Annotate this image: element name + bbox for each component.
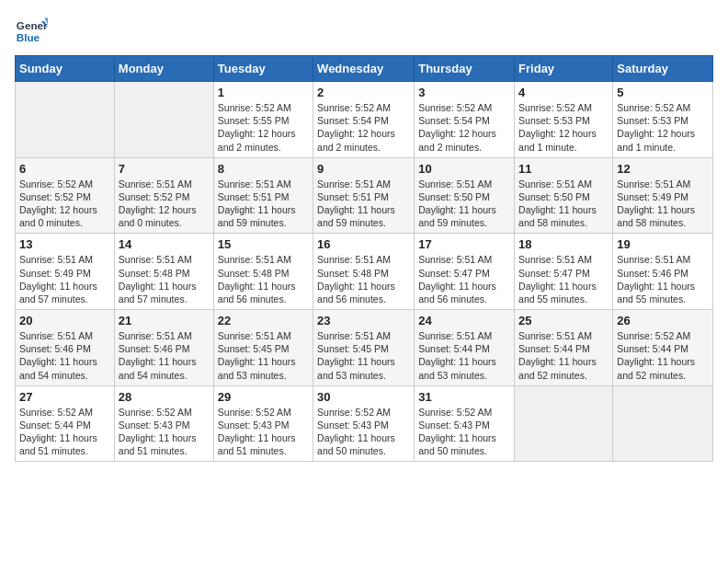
day-info: Sunrise: 5:51 AMSunset: 5:46 PMDaylight:… [119, 329, 210, 382]
calendar-cell: 4Sunrise: 5:52 AMSunset: 5:53 PMDaylight… [515, 82, 613, 158]
day-number: 26 [617, 314, 709, 327]
weekday-header-monday: Monday [114, 56, 213, 82]
day-info: Sunrise: 5:51 AMSunset: 5:44 PMDaylight:… [418, 329, 510, 382]
day-info: Sunrise: 5:51 AMSunset: 5:46 PMDaylight:… [617, 253, 709, 305]
day-info: Sunrise: 5:51 AMSunset: 5:44 PMDaylight:… [518, 329, 609, 382]
day-number: 2 [317, 86, 410, 99]
day-number: 15 [218, 237, 309, 251]
calendar-cell: 5Sunrise: 5:52 AMSunset: 5:53 PMDaylight… [613, 82, 713, 158]
calendar-cell: 11Sunrise: 5:51 AMSunset: 5:50 PMDayligh… [515, 157, 613, 234]
day-info: Sunrise: 5:51 AMSunset: 5:45 PMDaylight:… [218, 329, 309, 382]
calendar-cell: 17Sunrise: 5:51 AMSunset: 5:47 PMDayligh… [415, 234, 515, 310]
calendar-cell: 30Sunrise: 5:52 AMSunset: 5:43 PMDayligh… [313, 385, 415, 462]
day-info: Sunrise: 5:51 AMSunset: 5:49 PMDaylight:… [617, 178, 709, 230]
svg-text:General: General [17, 19, 48, 31]
calendar-cell: 12Sunrise: 5:51 AMSunset: 5:49 PMDayligh… [613, 157, 713, 234]
day-number: 27 [19, 390, 110, 404]
weekday-header-thursday: Thursday [415, 56, 515, 82]
calendar-cell: 20Sunrise: 5:51 AMSunset: 5:46 PMDayligh… [16, 310, 115, 386]
weekday-header-tuesday: Tuesday [213, 56, 313, 82]
day-info: Sunrise: 5:51 AMSunset: 5:47 PMDaylight:… [418, 253, 510, 305]
calendar-cell: 19Sunrise: 5:51 AMSunset: 5:46 PMDayligh… [613, 234, 713, 310]
day-info: Sunrise: 5:51 AMSunset: 5:47 PMDaylight:… [518, 253, 609, 305]
day-number: 17 [418, 237, 510, 251]
calendar-cell [613, 385, 713, 462]
logo: General Blue [15, 15, 48, 48]
calendar-cell: 24Sunrise: 5:51 AMSunset: 5:44 PMDayligh… [415, 310, 515, 386]
day-number: 20 [19, 314, 110, 327]
calendar-cell: 27Sunrise: 5:52 AMSunset: 5:44 PMDayligh… [16, 385, 115, 462]
day-number: 5 [617, 86, 709, 99]
header: General Blue [15, 15, 713, 48]
day-info: Sunrise: 5:51 AMSunset: 5:48 PMDaylight:… [317, 253, 410, 305]
day-number: 22 [218, 314, 309, 327]
calendar-cell: 21Sunrise: 5:51 AMSunset: 5:46 PMDayligh… [114, 310, 213, 386]
weekday-header-sunday: Sunday [16, 56, 115, 82]
calendar-cell: 7Sunrise: 5:51 AMSunset: 5:52 PMDaylight… [114, 157, 213, 234]
calendar-table: SundayMondayTuesdayWednesdayThursdayFrid… [15, 55, 713, 462]
day-info: Sunrise: 5:52 AMSunset: 5:44 PMDaylight:… [617, 329, 709, 382]
day-number: 13 [19, 237, 110, 251]
day-info: Sunrise: 5:52 AMSunset: 5:54 PMDaylight:… [418, 101, 510, 154]
day-number: 4 [518, 86, 609, 99]
calendar-cell: 22Sunrise: 5:51 AMSunset: 5:45 PMDayligh… [213, 310, 313, 386]
day-info: Sunrise: 5:52 AMSunset: 5:53 PMDaylight:… [518, 101, 609, 154]
day-number: 6 [19, 162, 110, 176]
day-info: Sunrise: 5:51 AMSunset: 5:52 PMDaylight:… [119, 178, 210, 230]
calendar-cell [16, 82, 115, 158]
day-info: Sunrise: 5:52 AMSunset: 5:43 PMDaylight:… [317, 406, 410, 458]
calendar-cell: 14Sunrise: 5:51 AMSunset: 5:48 PMDayligh… [114, 234, 213, 310]
day-info: Sunrise: 5:51 AMSunset: 5:51 PMDaylight:… [317, 178, 410, 230]
calendar-cell: 18Sunrise: 5:51 AMSunset: 5:47 PMDayligh… [515, 234, 613, 310]
day-info: Sunrise: 5:52 AMSunset: 5:54 PMDaylight:… [317, 101, 410, 154]
day-info: Sunrise: 5:51 AMSunset: 5:48 PMDaylight:… [218, 253, 309, 305]
day-info: Sunrise: 5:51 AMSunset: 5:48 PMDaylight:… [119, 253, 210, 305]
calendar-cell: 13Sunrise: 5:51 AMSunset: 5:49 PMDayligh… [16, 234, 115, 310]
calendar-cell: 10Sunrise: 5:51 AMSunset: 5:50 PMDayligh… [415, 157, 515, 234]
day-info: Sunrise: 5:52 AMSunset: 5:43 PMDaylight:… [418, 406, 510, 458]
day-number: 8 [218, 162, 309, 176]
calendar-cell: 26Sunrise: 5:52 AMSunset: 5:44 PMDayligh… [613, 310, 713, 386]
day-number: 9 [317, 162, 410, 176]
day-info: Sunrise: 5:52 AMSunset: 5:53 PMDaylight:… [617, 101, 709, 154]
day-number: 25 [518, 314, 609, 327]
day-number: 28 [119, 390, 210, 404]
day-number: 19 [617, 237, 709, 251]
calendar-cell: 9Sunrise: 5:51 AMSunset: 5:51 PMDaylight… [313, 157, 415, 234]
day-number: 16 [317, 237, 410, 251]
day-info: Sunrise: 5:52 AMSunset: 5:43 PMDaylight:… [218, 406, 309, 458]
logo-icon: General Blue [15, 15, 48, 48]
day-info: Sunrise: 5:51 AMSunset: 5:45 PMDaylight:… [317, 329, 410, 382]
day-info: Sunrise: 5:51 AMSunset: 5:50 PMDaylight:… [518, 178, 609, 230]
day-number: 7 [119, 162, 210, 176]
day-info: Sunrise: 5:52 AMSunset: 5:55 PMDaylight:… [218, 101, 309, 154]
calendar-cell: 29Sunrise: 5:52 AMSunset: 5:43 PMDayligh… [213, 385, 313, 462]
day-number: 18 [518, 237, 609, 251]
day-number: 10 [418, 162, 510, 176]
calendar-cell: 3Sunrise: 5:52 AMSunset: 5:54 PMDaylight… [415, 82, 515, 158]
calendar-cell: 16Sunrise: 5:51 AMSunset: 5:48 PMDayligh… [313, 234, 415, 310]
day-number: 30 [317, 390, 410, 404]
day-info: Sunrise: 5:51 AMSunset: 5:46 PMDaylight:… [19, 329, 110, 382]
day-number: 24 [418, 314, 510, 327]
day-info: Sunrise: 5:51 AMSunset: 5:49 PMDaylight:… [19, 253, 110, 305]
calendar-cell: 2Sunrise: 5:52 AMSunset: 5:54 PMDaylight… [313, 82, 415, 158]
day-number: 1 [218, 86, 309, 99]
calendar-cell: 28Sunrise: 5:52 AMSunset: 5:43 PMDayligh… [114, 385, 213, 462]
day-number: 14 [119, 237, 210, 251]
calendar-cell: 15Sunrise: 5:51 AMSunset: 5:48 PMDayligh… [213, 234, 313, 310]
calendar-cell: 25Sunrise: 5:51 AMSunset: 5:44 PMDayligh… [515, 310, 613, 386]
calendar-cell: 1Sunrise: 5:52 AMSunset: 5:55 PMDaylight… [213, 82, 313, 158]
day-number: 31 [418, 390, 510, 404]
calendar-cell: 6Sunrise: 5:52 AMSunset: 5:52 PMDaylight… [16, 157, 115, 234]
svg-text:Blue: Blue [17, 31, 40, 43]
day-number: 21 [119, 314, 210, 327]
weekday-header-friday: Friday [515, 56, 613, 82]
calendar-cell: 8Sunrise: 5:51 AMSunset: 5:51 PMDaylight… [213, 157, 313, 234]
calendar-cell: 23Sunrise: 5:51 AMSunset: 5:45 PMDayligh… [313, 310, 415, 386]
day-info: Sunrise: 5:52 AMSunset: 5:44 PMDaylight:… [19, 406, 110, 458]
day-info: Sunrise: 5:52 AMSunset: 5:43 PMDaylight:… [119, 406, 210, 458]
day-info: Sunrise: 5:51 AMSunset: 5:51 PMDaylight:… [218, 178, 309, 230]
day-number: 11 [518, 162, 609, 176]
weekday-header-wednesday: Wednesday [313, 56, 415, 82]
